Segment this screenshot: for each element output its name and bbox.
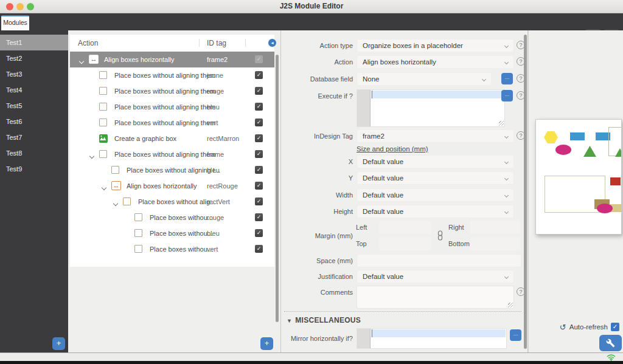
x-select[interactable]: Default value (357, 155, 514, 168)
row-checkbox[interactable]: ✓ (255, 134, 263, 142)
sidebar-item-test1[interactable]: Test1 (0, 35, 68, 50)
row-checkbox[interactable]: ✓ (255, 150, 263, 158)
expander-icon[interactable] (80, 57, 83, 64)
row-checkbox[interactable]: ✓ (255, 245, 263, 253)
mirror-if-more-button[interactable]: ... (510, 329, 521, 341)
margin-left-input[interactable] (379, 221, 431, 234)
table-row[interactable]: Place boxes without aligning them vert ✓ (70, 115, 274, 131)
pink-ellipse-shape (597, 204, 613, 213)
indesign-tag-select[interactable]: frame2 (357, 129, 514, 143)
execute-if-row: Execute if ? ... ? (281, 89, 527, 127)
table-row[interactable]: Place boxes withou... vert ✓ (70, 241, 274, 257)
row-checkbox[interactable]: ✓ (255, 197, 263, 205)
column-id-tag[interactable]: ID tag (207, 39, 226, 47)
row-checkbox[interactable]: ✓ (255, 71, 263, 79)
y-select[interactable]: Default value (357, 171, 514, 185)
justification-select[interactable]: Default value (357, 270, 514, 283)
width-select[interactable]: Default value (357, 188, 514, 202)
mirror-if-editor[interactable] (357, 328, 507, 349)
action-type-select[interactable]: Organize boxes in a placeholder (357, 39, 514, 52)
auto-refresh-checkbox[interactable]: ✓ (611, 323, 619, 331)
sidebar-item-test9[interactable]: Test9 (0, 161, 68, 177)
size-position-link[interactable]: Size and position (mm) (357, 145, 428, 153)
expander-icon[interactable] (90, 152, 94, 159)
table-row[interactable]: Place boxes without aligning them bleu ✓ (70, 99, 274, 115)
collapse-panel-button[interactable]: ◂ (268, 38, 277, 47)
sidebar-item-test2[interactable]: Test2 (0, 50, 68, 66)
align-horizontal-icon: ↔ (111, 181, 121, 190)
width-row: Width Default value (281, 188, 527, 202)
resize-handle[interactable] (508, 303, 513, 307)
red-rect-shape (610, 177, 621, 185)
link-margins-icon[interactable] (437, 230, 444, 241)
text-caret (372, 329, 372, 337)
row-checkbox[interactable]: ✓ (255, 55, 263, 63)
editor-active-line (371, 91, 504, 98)
row-checkbox[interactable]: ✓ (255, 213, 263, 221)
editor-active-line (371, 329, 506, 337)
resize-handle[interactable] (499, 121, 504, 126)
collapse-triangle-icon: ▼ (287, 318, 292, 324)
action-row: Action Align boxes horizontally ? (281, 55, 527, 69)
minimize-button[interactable] (16, 3, 24, 10)
space-input[interactable] (357, 254, 521, 267)
margin-top-input[interactable] (379, 237, 431, 250)
add-module-button[interactable]: + (52, 337, 65, 350)
chevron-down-icon (504, 160, 509, 164)
table-row[interactable]: Place boxes without aligning t... bleu ✓ (70, 162, 274, 178)
table-row[interactable]: ↔ Align boxes horizontally frame2 ✓ (70, 52, 274, 67)
add-action-button[interactable]: + (260, 337, 273, 350)
place-box-icon (99, 71, 107, 79)
blue-rect-shape (570, 132, 585, 140)
height-select[interactable]: Default value (357, 205, 514, 218)
sidebar-item-test6[interactable]: Test6 (0, 114, 68, 129)
sidebar: Test1 Test2 Test3 Test4 Test5 Test6 Test… (0, 30, 68, 352)
table-header: Action ID tag ◂ (70, 35, 274, 52)
database-field-select[interactable]: None (357, 72, 492, 86)
editor-gutter (357, 90, 371, 126)
column-action[interactable]: Action (78, 39, 98, 47)
row-checkbox[interactable]: ✓ (255, 182, 263, 190)
row-checkbox[interactable]: ✓ (255, 103, 263, 111)
sidebar-item-test3[interactable]: Test3 (0, 66, 68, 82)
row-checkbox[interactable]: ✓ (255, 229, 263, 237)
table-row[interactable]: Place boxes without alig... rectVert ✓ (70, 194, 274, 210)
execute-if-editor[interactable] (357, 89, 505, 127)
form-scrollbar[interactable] (524, 35, 527, 349)
expander-icon[interactable] (114, 199, 117, 207)
table-row[interactable]: Place boxes withou... rouge ✓ (70, 210, 274, 225)
miscellaneous-header[interactable]: ▼MISCELLANEOUS (287, 316, 361, 325)
mirror-row: Mirror horizontally if? ... (281, 328, 527, 349)
sidebar-item-test8[interactable]: Test8 (0, 145, 68, 161)
sidebar-item-test4[interactable]: Test4 (0, 82, 68, 98)
table-scrollbar[interactable] (276, 55, 279, 322)
action-select[interactable]: Align boxes horizontally (357, 55, 514, 69)
close-button[interactable] (6, 3, 13, 10)
justification-row: Justification Default value (281, 270, 527, 283)
row-checkbox[interactable]: ✓ (255, 118, 263, 126)
settings-wrench-button[interactable] (599, 335, 622, 351)
table-row[interactable]: Place boxes without aligning them rouge … (70, 83, 274, 99)
execute-if-more-button[interactable]: ... (501, 90, 513, 101)
table-row[interactable]: Create a graphic box rectMarron ✓ (70, 131, 274, 146)
comments-textarea[interactable] (357, 286, 514, 309)
sidebar-item-test7[interactable]: Test7 (0, 129, 68, 145)
chevron-down-icon (482, 77, 486, 81)
row-checkbox[interactable]: ✓ (255, 87, 263, 95)
size-position-row: Size and position (mm) (281, 145, 527, 154)
margin-right-input[interactable] (470, 221, 520, 234)
table-row[interactable]: Place boxes without aligning them jaune … (70, 67, 274, 83)
table-row[interactable]: Place boxes without aligning them frame … (70, 146, 274, 162)
table-row[interactable]: ↔ Align boxes horizontally rectRouge ✓ (70, 178, 274, 194)
tab-modules[interactable]: Modules (1, 15, 29, 30)
sidebar-item-test5[interactable]: Test5 (0, 98, 68, 114)
expander-icon[interactable] (102, 184, 106, 191)
zoom-button[interactable] (27, 3, 34, 10)
margin-bottom-input[interactable] (470, 237, 520, 250)
chevron-down-icon (504, 60, 509, 64)
database-field-more-button[interactable]: ... (501, 73, 513, 84)
table-row[interactable]: Place boxes withou... bleu ✓ (70, 225, 274, 241)
height-row: Height Default value (281, 205, 527, 218)
auto-refresh-label: Auto-refresh (569, 323, 608, 331)
row-checkbox[interactable]: ✓ (255, 166, 263, 174)
